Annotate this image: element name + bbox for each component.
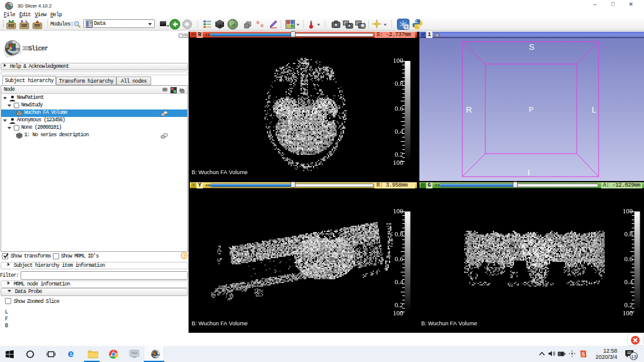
svg-text:DCM: DCM [21, 25, 27, 28]
svg-text:S: S [529, 42, 534, 52]
svg-text:R: R [466, 105, 472, 114]
svg-text:L: L [592, 105, 596, 114]
svg-text:DATA: DATA [7, 25, 14, 28]
svg-text:SAVE: SAVE [34, 25, 41, 28]
svg-text:I: I [528, 168, 530, 177]
svg-text:P: P [529, 106, 533, 113]
